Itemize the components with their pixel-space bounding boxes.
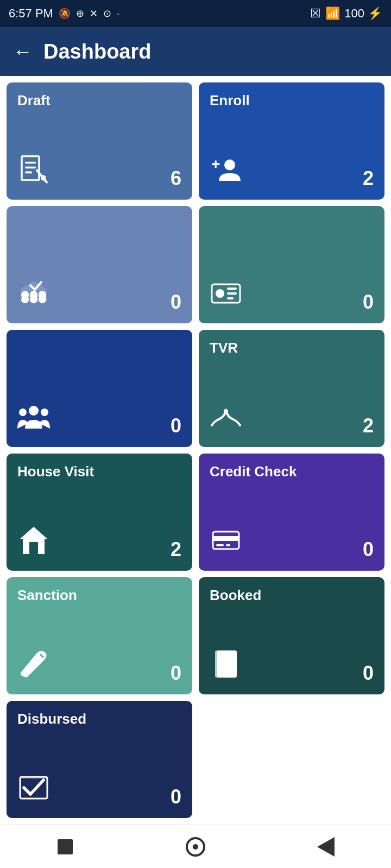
header: ← Dashboard <box>0 27 391 76</box>
svg-text:+: + <box>211 156 220 173</box>
card-title-booked: Booked <box>210 587 374 604</box>
card-bottom-group: 0 <box>17 400 181 437</box>
svg-marker-23 <box>20 527 48 539</box>
svg-rect-17 <box>227 292 237 295</box>
card-title-credit-check: Credit Check <box>210 463 374 480</box>
svg-rect-31 <box>215 650 219 678</box>
svg-rect-29 <box>226 544 230 546</box>
card-count-disbursed: 0 <box>171 786 181 808</box>
svg-point-13 <box>39 291 46 299</box>
status-right: ☒ 📶 100 ⚡ <box>310 7 382 21</box>
square-icon <box>58 839 73 854</box>
card-house-visit[interactable]: House Visit 2 <box>7 454 192 571</box>
card-approved[interactable]: _ 0 <box>7 206 192 323</box>
dot: · <box>117 8 119 20</box>
svg-rect-18 <box>227 297 234 299</box>
group-icon <box>17 400 50 437</box>
card-enroll[interactable]: Enroll + 2 <box>199 82 384 200</box>
svg-rect-28 <box>216 544 224 546</box>
close-icon: ☒ <box>310 7 321 21</box>
svg-point-5 <box>41 175 46 181</box>
card-bottom-draft: 6 <box>17 153 181 190</box>
page-title: Dashboard <box>43 40 151 63</box>
svg-rect-16 <box>227 288 237 290</box>
card-bottom-kyc: 0 <box>210 277 374 314</box>
svg-point-11 <box>21 291 29 299</box>
svg-point-22 <box>224 409 228 413</box>
approved-icon <box>17 277 50 314</box>
bottom-nav <box>0 825 391 868</box>
svg-rect-2 <box>25 167 36 169</box>
sync-icon: ✕ <box>90 8 98 20</box>
card-title-draft: Draft <box>17 92 181 109</box>
card-kyc[interactable]: _ 0 <box>199 206 384 323</box>
svg-rect-1 <box>25 162 36 164</box>
card-title-disbursed: Disbursed <box>17 711 181 727</box>
disbursed-icon <box>17 771 50 808</box>
svg-point-15 <box>216 289 224 298</box>
kyc-icon <box>210 277 242 314</box>
card-bottom-credit-check: 0 <box>210 524 374 561</box>
card-title-enroll: Enroll <box>210 92 374 109</box>
status-bar: 6:57 PM 🔕 ⊕ ✕ ⊙ · ☒ 📶 100 ⚡ <box>0 0 391 27</box>
svg-point-6 <box>224 159 235 170</box>
card-sanction[interactable]: Sanction 0 <box>7 577 192 694</box>
card-title-house-visit: House Visit <box>17 463 181 480</box>
sanction-icon <box>17 648 50 685</box>
circle-inner <box>193 844 198 850</box>
card-count-draft: 6 <box>171 167 181 190</box>
card-draft[interactable]: Draft 6 <box>7 82 192 200</box>
card-count-booked: 0 <box>363 662 374 685</box>
card-count-tvr: 2 <box>363 414 374 437</box>
card-booked[interactable]: Booked 0 <box>199 577 384 694</box>
card-count-enroll: 2 <box>363 167 374 190</box>
status-time: 6:57 PM <box>9 7 53 21</box>
draft-icon <box>17 153 50 190</box>
card-disbursed[interactable]: Disbursed 0 <box>7 701 192 818</box>
mute-icon: 🔕 <box>59 8 71 20</box>
circle-icon <box>186 837 205 857</box>
triangle-icon <box>317 837 335 857</box>
enroll-icon: + <box>210 153 242 190</box>
card-bottom-booked: 0 <box>210 648 374 685</box>
nav-square-button[interactable] <box>52 834 78 860</box>
card-title-tvr: TVR <box>210 340 374 356</box>
svg-point-12 <box>30 291 37 299</box>
card-bottom-sanction: 0 <box>17 648 181 685</box>
nav-home-button[interactable] <box>182 834 209 860</box>
svg-point-20 <box>29 406 39 416</box>
location-icon: ⊕ <box>76 8 84 20</box>
back-button[interactable]: ← <box>13 40 33 63</box>
svg-rect-33 <box>20 777 47 778</box>
house-icon <box>17 524 50 561</box>
status-left: 6:57 PM 🔕 ⊕ ✕ ⊙ · <box>9 7 119 21</box>
dashboard-grid: Draft 6 Enroll + <box>0 76 391 825</box>
wifi-icon: 📶 <box>325 7 340 21</box>
nav-back-button[interactable] <box>313 834 339 860</box>
battery-icon: 100 ⚡ <box>344 7 382 21</box>
svg-rect-25 <box>29 542 38 554</box>
card-group[interactable]: _ 0 <box>7 330 192 447</box>
svg-rect-30 <box>217 650 237 678</box>
circle-icon: ⊙ <box>103 8 111 20</box>
credit-icon <box>210 524 242 561</box>
card-bottom-house-visit: 2 <box>17 524 181 561</box>
svg-rect-27 <box>213 536 239 541</box>
svg-point-19 <box>19 409 27 416</box>
book-icon <box>210 648 242 685</box>
card-count-approved: 0 <box>171 291 181 314</box>
card-bottom-tvr: 2 <box>210 400 374 437</box>
card-count-group: 0 <box>171 414 181 437</box>
card-bottom-disbursed: 0 <box>17 771 181 808</box>
card-bottom-enroll: + 2 <box>210 153 374 190</box>
card-count-house-visit: 2 <box>171 538 181 561</box>
tvr-icon <box>210 400 242 437</box>
card-credit-check[interactable]: Credit Check 0 <box>199 454 384 571</box>
card-count-credit-check: 0 <box>363 538 374 561</box>
card-tvr[interactable]: TVR 2 <box>199 330 384 447</box>
card-count-kyc: 0 <box>363 291 374 314</box>
svg-point-21 <box>41 409 48 416</box>
card-count-sanction: 0 <box>171 662 181 685</box>
card-bottom-approved: 0 <box>17 277 181 314</box>
card-title-sanction: Sanction <box>17 587 181 604</box>
